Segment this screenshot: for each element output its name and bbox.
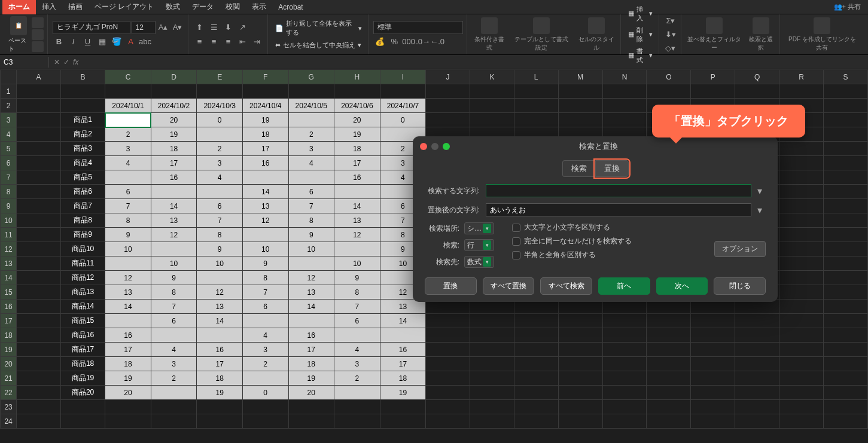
cell-E18[interactable] (197, 328, 243, 343)
row-header-18[interactable]: 18 (1, 328, 17, 343)
comma-button[interactable]: 000 (402, 35, 415, 48)
cell-F12[interactable]: 10 (242, 242, 288, 256)
align-middle-button[interactable]: ☰ (208, 21, 221, 34)
cell-B10[interactable]: 商品8 (61, 213, 105, 228)
cell-D11[interactable]: 12 (151, 228, 197, 242)
cell-C24[interactable] (105, 414, 151, 429)
cell-O20[interactable] (647, 357, 691, 371)
cell-D18[interactable] (151, 328, 197, 343)
row-header-19[interactable]: 19 (1, 343, 17, 357)
cell-G20[interactable]: 18 (288, 357, 334, 371)
cell-M17[interactable] (558, 314, 602, 328)
cell-S9[interactable] (824, 199, 868, 213)
col-header-C[interactable]: C (105, 70, 151, 84)
cell-F1[interactable] (242, 84, 288, 99)
cell-N22[interactable] (602, 386, 647, 400)
cell-B8[interactable]: 商品6 (61, 185, 105, 199)
cell-G1[interactable] (288, 84, 334, 99)
cell-E8[interactable] (197, 185, 243, 199)
col-header-F[interactable]: F (242, 70, 288, 84)
delete-cells-button[interactable]: ▦ 削除 ▾ (626, 25, 655, 45)
cell-I20[interactable]: 17 (380, 357, 426, 371)
cell-L1[interactable] (514, 84, 558, 99)
cell-H11[interactable]: 12 (334, 228, 380, 242)
cell-M3[interactable] (558, 113, 602, 127)
cell-D12[interactable] (151, 242, 197, 256)
cell-J22[interactable] (426, 386, 470, 400)
col-header-L[interactable]: L (514, 70, 558, 84)
cell-D23[interactable] (151, 400, 197, 414)
cell-H16[interactable]: 7 (334, 300, 380, 314)
cell-A21[interactable] (17, 371, 61, 386)
row-header-15[interactable]: 15 (1, 285, 17, 300)
find-prev-button[interactable]: 前へ (598, 277, 650, 295)
search-select[interactable]: 行▾ (464, 239, 494, 251)
cell-B20[interactable]: 商品18 (61, 357, 105, 371)
cell-Q21[interactable] (735, 371, 779, 386)
indent-increase-button[interactable]: ⇥ (251, 35, 264, 48)
cell-R22[interactable] (779, 386, 824, 400)
row-header-11[interactable]: 11 (1, 228, 17, 242)
col-header-K[interactable]: K (470, 70, 514, 84)
menu-tab-data[interactable]: データ (186, 0, 220, 14)
cell-N20[interactable] (602, 357, 647, 371)
cell-R16[interactable] (779, 300, 824, 314)
cell-H7[interactable]: 16 (334, 170, 380, 185)
cell-E9[interactable]: 6 (197, 199, 243, 213)
row-header-22[interactable]: 22 (1, 386, 17, 400)
cell-D5[interactable]: 18 (151, 142, 197, 156)
cell-E5[interactable]: 2 (197, 142, 243, 156)
cell-H1[interactable] (334, 84, 380, 99)
cell-E2[interactable]: 2024/10/3 (197, 99, 243, 113)
cell-N23[interactable] (602, 400, 647, 414)
cell-G22[interactable]: 20 (288, 386, 334, 400)
cell-F11[interactable] (242, 228, 288, 242)
match-entire-checkbox[interactable]: 完全に同一なセルだけを検索する (512, 236, 632, 246)
find-next-button[interactable]: 次へ (656, 277, 708, 295)
cell-F3[interactable]: 19 (242, 113, 288, 127)
cell-G15[interactable]: 13 (288, 285, 334, 300)
cell-Q1[interactable] (735, 84, 779, 99)
cell-G12[interactable]: 10 (288, 242, 334, 256)
cell-I18[interactable] (380, 328, 426, 343)
menu-tab-insert[interactable]: 挿入 (36, 0, 62, 14)
cell-D24[interactable] (151, 414, 197, 429)
cell-C11[interactable]: 9 (105, 228, 151, 242)
cell-A19[interactable] (17, 343, 61, 357)
cell-R15[interactable] (779, 285, 824, 300)
cell-C22[interactable]: 20 (105, 386, 151, 400)
cell-S6[interactable] (824, 156, 868, 170)
col-header-O[interactable]: O (647, 70, 691, 84)
row-header-12[interactable]: 12 (1, 242, 17, 256)
row-header-4[interactable]: 4 (1, 127, 17, 142)
row-header-21[interactable]: 21 (1, 371, 17, 386)
cell-Q23[interactable] (735, 400, 779, 414)
tab-search[interactable]: 検索 (562, 160, 595, 177)
cell-H10[interactable]: 13 (334, 213, 380, 228)
cell-H2[interactable]: 2024/10/6 (334, 99, 380, 113)
cell-D10[interactable]: 13 (151, 213, 197, 228)
cell-R21[interactable] (779, 371, 824, 386)
cell-I2[interactable]: 2024/10/7 (380, 99, 426, 113)
fill-button[interactable]: ⬇▾ (664, 28, 677, 41)
col-header-S[interactable]: S (824, 70, 868, 84)
row-header-17[interactable]: 17 (1, 314, 17, 328)
cell-A6[interactable] (17, 156, 61, 170)
cell-K19[interactable] (470, 343, 514, 357)
cell-R14[interactable] (779, 271, 824, 285)
cell-F15[interactable]: 7 (242, 285, 288, 300)
merge-center-button[interactable]: ⬌ セルを結合して中央揃え ▾ (273, 39, 365, 51)
cell-C7[interactable] (105, 170, 151, 185)
cell-E11[interactable]: 8 (197, 228, 243, 242)
cell-S14[interactable] (824, 271, 868, 285)
cell-H19[interactable]: 4 (334, 343, 380, 357)
cell-E24[interactable] (197, 414, 243, 429)
cancel-formula-icon[interactable]: ✕ (54, 58, 60, 66)
cell-F16[interactable]: 6 (242, 300, 288, 314)
cell-G11[interactable]: 9 (288, 228, 334, 242)
cell-G7[interactable] (288, 170, 334, 185)
cell-A15[interactable] (17, 285, 61, 300)
cell-H12[interactable] (334, 242, 380, 256)
cell-M22[interactable] (558, 386, 602, 400)
cell-O24[interactable] (647, 414, 691, 429)
